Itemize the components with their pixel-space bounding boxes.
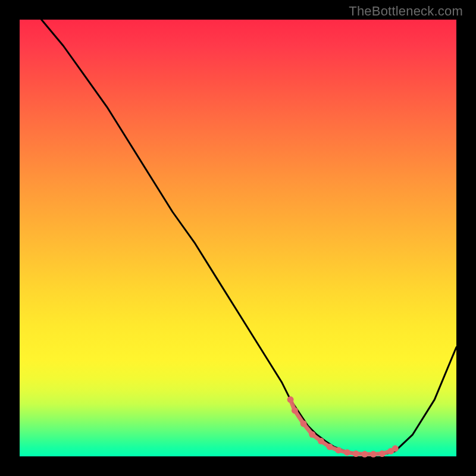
highlight-dot xyxy=(344,449,350,456)
highlight-dot xyxy=(353,450,359,457)
highlight-dot xyxy=(361,451,368,458)
chart-frame: TheBottleneck.com xyxy=(0,0,476,476)
bottleneck-curve xyxy=(42,20,456,454)
highlight-dot xyxy=(327,443,333,450)
highlight-dot xyxy=(300,421,307,427)
highlight-dot xyxy=(379,450,386,457)
highlight-dot xyxy=(370,451,377,458)
highlight-segment xyxy=(290,400,395,455)
highlight-dot xyxy=(318,438,324,444)
highlight-dot xyxy=(287,396,294,403)
highlight-dot xyxy=(292,407,298,414)
highlight-dots xyxy=(287,396,399,458)
highlight-dot xyxy=(335,447,342,453)
highlight-dot xyxy=(309,431,315,438)
highlight-dot xyxy=(392,445,399,452)
chart-svg xyxy=(0,0,476,476)
curve-layer xyxy=(42,20,456,458)
